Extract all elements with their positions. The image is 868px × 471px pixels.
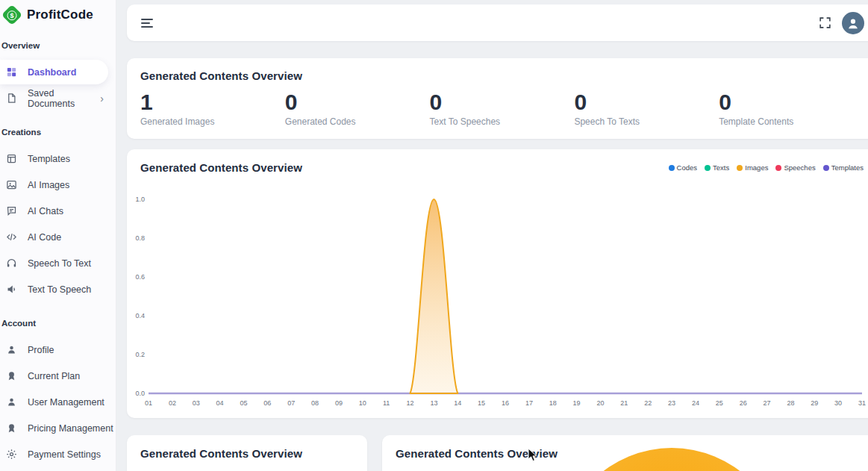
- sidebar-item-label: Pricing Management: [28, 423, 113, 434]
- legend-templates[interactable]: Templates: [823, 163, 864, 172]
- image-icon: [6, 179, 17, 190]
- sidebar-item-label: Current Plan: [28, 371, 80, 381]
- dollar-sign-icon: $: [7, 10, 17, 19]
- svg-text:0.8: 0.8: [135, 234, 145, 242]
- stat-label: Text To Speeches: [430, 116, 575, 127]
- svg-text:24: 24: [692, 399, 699, 407]
- legend-dot-icon: [737, 165, 743, 171]
- sidebar-item-label: Payment Settings: [28, 449, 101, 460]
- badge-icon: [6, 422, 17, 434]
- sidebar-item-label: Text To Speech: [28, 284, 91, 295]
- sidebar-item-current-plan[interactable]: Current Plan: [0, 364, 116, 388]
- fullscreen-icon[interactable]: [819, 16, 831, 29]
- legend-dot-icon: [823, 165, 829, 171]
- sidebar-item-ai-images[interactable]: AI Images: [0, 172, 116, 197]
- sidebar-item-ai-code[interactable]: AI Code: [0, 225, 116, 249]
- stat-generated-codes: 0 Generated Codes: [285, 90, 430, 127]
- person-icon: [845, 15, 861, 31]
- sidebar-item-label: Speech To Text: [28, 258, 91, 269]
- stat-label: Generated Codes: [285, 116, 430, 127]
- chart-card: Generated Contents Overview Codes Texts …: [127, 149, 868, 418]
- sidebar-nav: Overview Dashboard Saved Documents › Cre…: [0, 41, 116, 467]
- legend-texts[interactable]: Texts: [705, 163, 729, 172]
- menu-icon[interactable]: [141, 19, 153, 28]
- sidebar-item-saved-documents[interactable]: Saved Documents ›: [0, 86, 116, 110]
- gear-icon: [6, 449, 17, 460]
- svg-text:15: 15: [478, 399, 485, 407]
- svg-text:04: 04: [216, 399, 224, 407]
- stat-speech-to-texts: 0 Speech To Texts: [574, 90, 719, 127]
- headphones-icon: [6, 258, 17, 269]
- sidebar-item-label: Profile: [28, 345, 54, 355]
- sidebar-section-overview: Overview: [1, 41, 116, 50]
- svg-text:11: 11: [383, 399, 390, 407]
- legend-dot-icon: [775, 165, 781, 171]
- speaker-icon: [6, 284, 17, 295]
- sidebar-item-user-management[interactable]: User Management: [0, 390, 116, 414]
- svg-text:01: 01: [145, 399, 152, 407]
- svg-text:29: 29: [811, 399, 818, 407]
- sidebar-item-label: Dashboard: [28, 67, 76, 78]
- svg-text:14: 14: [454, 399, 461, 407]
- sidebar-item-dashboard[interactable]: Dashboard: [0, 60, 108, 84]
- app-logo[interactable]: $ ProfitCode: [0, 0, 116, 24]
- sidebar-item-ai-chats[interactable]: AI Chats: [0, 199, 116, 223]
- stat-value: 0: [430, 90, 575, 114]
- sidebar-item-label: AI Chats: [28, 206, 63, 216]
- mouse-cursor: [528, 448, 537, 462]
- svg-text:27: 27: [763, 399, 770, 407]
- sidebar-item-speech-to-text[interactable]: Speech To Text: [0, 251, 116, 275]
- chart-legend: Codes Texts Images Speeches Templates: [669, 163, 864, 172]
- svg-text:1.0: 1.0: [135, 196, 145, 203]
- user-icon: [6, 396, 17, 408]
- sidebar-item-label: AI Code: [28, 232, 61, 243]
- svg-text:06: 06: [263, 399, 271, 407]
- svg-text:13: 13: [430, 399, 437, 407]
- legend-images[interactable]: Images: [737, 163, 768, 172]
- user-avatar[interactable]: [842, 12, 864, 34]
- legend-speeches[interactable]: Speeches: [775, 163, 815, 172]
- code-icon: [6, 231, 17, 243]
- app-title: ProfitCode: [27, 7, 93, 22]
- stats-card-title: Generated Contents Overview: [140, 69, 864, 82]
- svg-text:19: 19: [573, 399, 581, 407]
- stat-label: Template Contents: [719, 116, 864, 127]
- sidebar-section-account: Account: [1, 319, 116, 328]
- svg-text:0.6: 0.6: [135, 273, 145, 281]
- legend-dot-icon: [705, 165, 711, 171]
- svg-text:09: 09: [335, 399, 343, 407]
- svg-text:05: 05: [240, 399, 247, 407]
- chevron-right-icon: ›: [100, 93, 104, 104]
- sidebar-item-text-to-speech[interactable]: Text To Speech: [0, 277, 116, 302]
- svg-text:0.4: 0.4: [135, 312, 145, 319]
- svg-text:23: 23: [668, 399, 675, 407]
- svg-text:0.2: 0.2: [135, 351, 145, 358]
- sidebar-section-creations: Creations: [1, 128, 116, 137]
- chat-icon: [6, 205, 17, 216]
- stats-row: 1 Generated Images 0 Generated Codes 0 T…: [140, 90, 864, 127]
- svg-text:0.0: 0.0: [135, 390, 145, 397]
- svg-text:22: 22: [644, 399, 652, 407]
- stat-text-to-speeches: 0 Text To Speeches: [430, 90, 575, 127]
- sidebar-item-payment-settings[interactable]: Payment Settings: [0, 442, 116, 467]
- sidebar-item-label: AI Images: [28, 180, 69, 190]
- user-icon: [6, 344, 17, 355]
- svg-text:21: 21: [620, 399, 628, 407]
- stat-template-contents: 0 Template Contents: [719, 90, 864, 127]
- svg-text:16: 16: [502, 399, 509, 407]
- stat-value: 1: [140, 90, 285, 114]
- sidebar-item-label: Saved Documents: [28, 88, 90, 109]
- grid-icon: [6, 66, 17, 78]
- svg-text:17: 17: [525, 399, 533, 407]
- stat-label: Speech To Texts: [574, 116, 719, 127]
- svg-text:12: 12: [406, 399, 413, 407]
- sidebar-item-profile[interactable]: Profile: [0, 337, 116, 362]
- bottom-left-card: Generated Contents Overview: [127, 435, 367, 471]
- badge-icon: [6, 370, 17, 381]
- sidebar-item-pricing-management[interactable]: Pricing Management: [0, 416, 116, 440]
- svg-text:25: 25: [716, 399, 723, 407]
- legend-codes[interactable]: Codes: [669, 163, 697, 172]
- sidebar-item-templates[interactable]: Templates: [0, 146, 116, 171]
- area-chart: 1.00.80.60.40.20.00102030405060708091011…: [133, 188, 868, 415]
- sidebar-item-label: Templates: [28, 154, 70, 164]
